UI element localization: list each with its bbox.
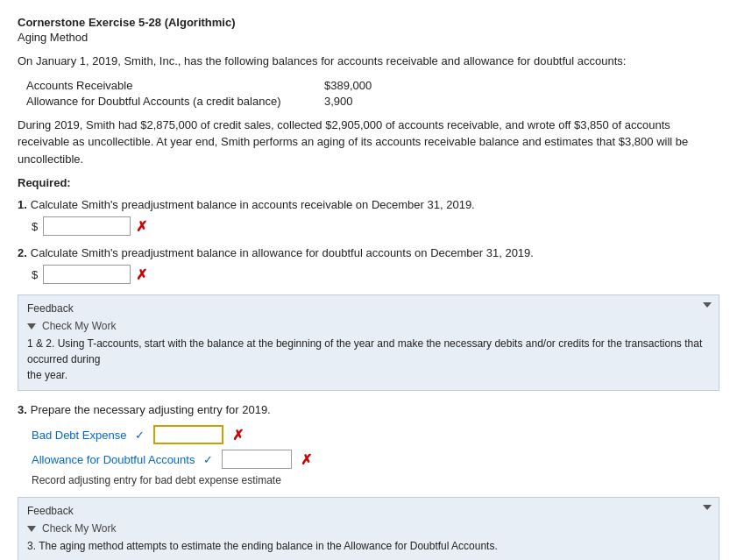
ar-value: $389,000	[324, 79, 372, 92]
record-note: Record adjusting entry for bad debt expe…	[32, 474, 719, 486]
ar-label: Accounts Receivable	[26, 79, 324, 92]
feedback-title-2: Feedback	[27, 505, 710, 517]
question-2: 2. Calculate Smith's preadjustment balan…	[18, 246, 719, 284]
body-text: During 2019, Smith had $2,875,000 of cre…	[18, 117, 719, 168]
feedback-content-text-2: 3. The aging method attempts to estimate…	[27, 540, 498, 552]
feedback-box-2: Feedback Check My Work 3. The aging meth…	[18, 497, 719, 560]
bad-debt-check: ✓	[135, 429, 145, 442]
question-1-body: Calculate Smith's preadjustment balance …	[31, 198, 475, 211]
allowance-check: ✓	[203, 453, 213, 466]
triangle-icon-2	[27, 526, 36, 532]
allowance-label: Allowance for Doubtful Accounts (a credi…	[26, 95, 324, 108]
bad-debt-expense-link[interactable]: Bad Debt Expense	[32, 429, 126, 442]
check-my-work-label-2: Check My Work	[42, 522, 116, 535]
exercise-title: Cornerstone Exercise 5-28 (Algorithmic)	[18, 16, 719, 29]
check-my-work-2[interactable]: Check My Work	[27, 522, 710, 535]
dropdown-icon-2[interactable]	[703, 505, 712, 510]
question-2-xmark: ✗	[136, 266, 147, 283]
feedback-line1: 1 & 2. Using T-accounts, start with the …	[27, 337, 702, 365]
balance-row-allowance: Allowance for Doubtful Accounts (a credi…	[26, 95, 719, 108]
allowance-xmark: ✗	[301, 451, 312, 468]
allowance-credit-input[interactable]	[222, 450, 292, 469]
dollar-sign-2: $	[32, 268, 38, 281]
allowance-value: 3,900	[324, 95, 353, 108]
balance-table: Accounts Receivable $389,000 Allowance f…	[26, 79, 719, 108]
allowance-doubtful-link[interactable]: Allowance for Doubtful Accounts	[32, 453, 195, 466]
question-1-xmark: ✗	[136, 218, 147, 235]
question-2-input[interactable]	[43, 265, 131, 284]
entry-row-2: Allowance for Doubtful Accounts ✓ ✗	[32, 450, 719, 469]
feedback-content-1: 1 & 2. Using T-accounts, start with the …	[27, 336, 710, 383]
triangle-icon-1	[27, 323, 36, 330]
question-1-input-row: $ ✗	[32, 216, 719, 236]
question-2-text: 2. Calculate Smith's preadjustment balan…	[18, 246, 719, 259]
question-1-text: 1. Calculate Smith's preadjustment balan…	[18, 198, 719, 211]
required-label: Required:	[18, 176, 719, 189]
question-1-num: 1.	[18, 198, 27, 211]
question-1-input[interactable]	[43, 216, 131, 236]
question-1: 1. Calculate Smith's preadjustment balan…	[18, 198, 719, 236]
question-2-body: Calculate Smith's preadjustment balance …	[31, 246, 534, 259]
question-3-num: 3.	[18, 403, 27, 416]
balance-row-ar: Accounts Receivable $389,000	[26, 79, 719, 92]
feedback-box-1: Feedback Check My Work 1 & 2. Using T-ac…	[18, 294, 719, 391]
check-my-work-1[interactable]: Check My Work	[27, 320, 710, 332]
question-3: 3. Prepare the necessary adjusting entry…	[18, 403, 719, 486]
feedback-title-1: Feedback	[27, 302, 710, 315]
dropdown-icon-1[interactable]	[703, 302, 712, 308]
dollar-sign-1: $	[32, 220, 38, 233]
bad-debt-debit-input[interactable]	[153, 425, 223, 444]
check-my-work-label-1: Check My Work	[42, 320, 116, 332]
bad-debt-xmark: ✗	[232, 427, 244, 443]
question-2-num: 2.	[18, 246, 27, 259]
question-3-body: Prepare the necessary adjusting entry fo…	[31, 403, 271, 416]
question-3-text: 3. Prepare the necessary adjusting entry…	[18, 403, 719, 416]
intro-text: On January 1, 2019, Smith, Inc., has the…	[18, 53, 719, 70]
feedback-line2: the year.	[27, 369, 67, 381]
entry-row-1: Bad Debt Expense ✓ ✗	[32, 425, 719, 444]
question-2-input-row: $ ✗	[32, 265, 719, 284]
feedback-content-2: 3. The aging method attempts to estimate…	[27, 538, 710, 554]
exercise-subtitle: Aging Method	[18, 31, 719, 44]
